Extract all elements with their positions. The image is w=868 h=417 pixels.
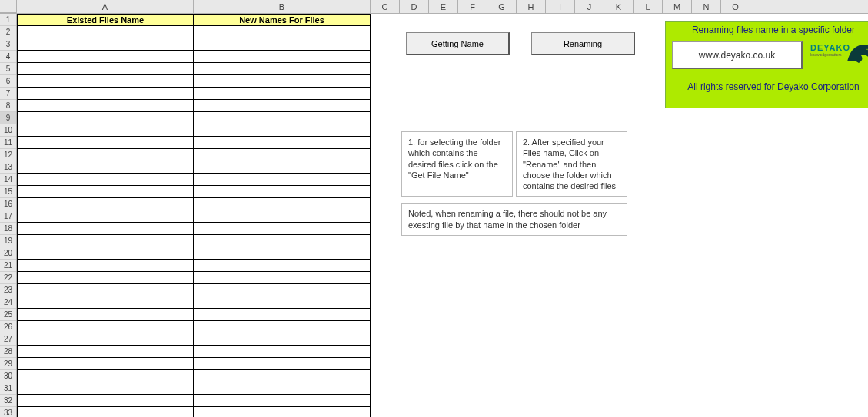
row-head-27[interactable]: 27 <box>0 333 16 346</box>
cell-new-name[interactable] <box>194 75 371 88</box>
cell-new-name[interactable] <box>194 100 371 112</box>
row-head-24[interactable]: 24 <box>0 296 16 309</box>
cell-new-name[interactable] <box>194 186 371 198</box>
row-head-5[interactable]: 5 <box>0 63 16 75</box>
row-head-4[interactable]: 4 <box>0 51 16 63</box>
cell-new-name[interactable] <box>194 395 371 407</box>
cell-existed-name[interactable] <box>17 124 194 137</box>
col-head-N[interactable]: N <box>692 0 721 13</box>
row-head-18[interactable]: 18 <box>0 223 16 235</box>
col-head-K[interactable]: K <box>604 0 634 13</box>
row-head-22[interactable]: 22 <box>0 272 16 284</box>
cell-new-name[interactable] <box>194 51 371 63</box>
row-head-2[interactable]: 2 <box>0 26 16 38</box>
cell-existed-name[interactable] <box>17 137 194 149</box>
col-head-L[interactable]: L <box>634 0 663 13</box>
cell-existed-name[interactable] <box>17 75 194 88</box>
cell-existed-name[interactable] <box>17 284 194 296</box>
row-head-33[interactable]: 33 <box>0 407 16 417</box>
col-a-header[interactable]: Existed Files Name <box>17 14 194 26</box>
cell-new-name[interactable] <box>194 321 371 333</box>
cell-new-name[interactable] <box>194 260 371 272</box>
renaming-button[interactable]: Renaming <box>531 32 635 55</box>
cell-new-name[interactable] <box>194 247 371 260</box>
row-head-23[interactable]: 23 <box>0 284 16 296</box>
cell-new-name[interactable] <box>194 26 371 38</box>
cell-existed-name[interactable] <box>17 333 194 346</box>
col-head-C[interactable]: C <box>371 0 400 13</box>
cell-existed-name[interactable] <box>17 38 194 51</box>
cell-new-name[interactable] <box>194 210 371 223</box>
website-button[interactable]: www.deyako.co.uk <box>672 41 803 69</box>
cell-new-name[interactable] <box>194 174 371 186</box>
cell-new-name[interactable] <box>194 382 371 395</box>
col-head-E[interactable]: E <box>429 0 458 13</box>
cell-new-name[interactable] <box>194 38 371 51</box>
cell-existed-name[interactable] <box>17 260 194 272</box>
col-head-I[interactable]: I <box>546 0 575 13</box>
cell-new-name[interactable] <box>194 333 371 346</box>
col-head-B[interactable]: B <box>194 0 371 13</box>
row-head-7[interactable]: 7 <box>0 88 16 100</box>
cell-existed-name[interactable] <box>17 149 194 161</box>
cell-existed-name[interactable] <box>17 210 194 223</box>
cell-new-name[interactable] <box>194 198 371 210</box>
row-head-1[interactable]: 1 <box>0 14 16 26</box>
row-head-11[interactable]: 11 <box>0 137 16 149</box>
row-head-10[interactable]: 10 <box>0 124 16 137</box>
cell-new-name[interactable] <box>194 112 371 124</box>
cell-existed-name[interactable] <box>17 395 194 407</box>
row-head-17[interactable]: 17 <box>0 210 16 223</box>
col-head-H[interactable]: H <box>517 0 546 13</box>
cell-existed-name[interactable] <box>17 63 194 75</box>
cell-new-name[interactable] <box>194 272 371 284</box>
cell-existed-name[interactable] <box>17 382 194 395</box>
cell-existed-name[interactable] <box>17 309 194 321</box>
row-head-20[interactable]: 20 <box>0 247 16 260</box>
cell-new-name[interactable] <box>194 284 371 296</box>
row-head-31[interactable]: 31 <box>0 382 16 395</box>
cell-new-name[interactable] <box>194 407 371 417</box>
cell-existed-name[interactable] <box>17 370 194 382</box>
cell-existed-name[interactable] <box>17 358 194 370</box>
cell-existed-name[interactable] <box>17 346 194 358</box>
row-head-28[interactable]: 28 <box>0 346 16 358</box>
cell-new-name[interactable] <box>194 358 371 370</box>
col-b-header[interactable]: New Names For Files <box>194 14 371 26</box>
cell-existed-name[interactable] <box>17 321 194 333</box>
row-head-3[interactable]: 3 <box>0 38 16 51</box>
row-head-16[interactable]: 16 <box>0 198 16 210</box>
row-head-9[interactable]: 9 <box>0 112 16 124</box>
select-all-corner[interactable] <box>0 0 17 13</box>
cell-existed-name[interactable] <box>17 51 194 63</box>
col-head-M[interactable]: M <box>663 0 692 13</box>
cell-existed-name[interactable] <box>17 235 194 247</box>
cell-new-name[interactable] <box>194 223 371 235</box>
cell-new-name[interactable] <box>194 161 371 174</box>
col-head-O[interactable]: O <box>721 0 750 13</box>
row-head-25[interactable]: 25 <box>0 309 16 321</box>
cell-new-name[interactable] <box>194 124 371 137</box>
row-head-21[interactable]: 21 <box>0 260 16 272</box>
getting-name-button[interactable]: Getting Name <box>406 32 510 55</box>
cell-new-name[interactable] <box>194 296 371 309</box>
row-head-14[interactable]: 14 <box>0 174 16 186</box>
cell-new-name[interactable] <box>194 309 371 321</box>
row-head-8[interactable]: 8 <box>0 100 16 112</box>
cell-existed-name[interactable] <box>17 198 194 210</box>
cell-new-name[interactable] <box>194 370 371 382</box>
cell-existed-name[interactable] <box>17 174 194 186</box>
cell-new-name[interactable] <box>194 346 371 358</box>
cell-existed-name[interactable] <box>17 88 194 100</box>
cell-existed-name[interactable] <box>17 272 194 284</box>
col-head-A[interactable]: A <box>17 0 194 13</box>
cell-new-name[interactable] <box>194 88 371 100</box>
row-head-15[interactable]: 15 <box>0 186 16 198</box>
cell-existed-name[interactable] <box>17 407 194 417</box>
row-head-6[interactable]: 6 <box>0 75 16 88</box>
row-head-26[interactable]: 26 <box>0 321 16 333</box>
cell-new-name[interactable] <box>194 149 371 161</box>
cell-new-name[interactable] <box>194 235 371 247</box>
cell-existed-name[interactable] <box>17 247 194 260</box>
cell-existed-name[interactable] <box>17 223 194 235</box>
